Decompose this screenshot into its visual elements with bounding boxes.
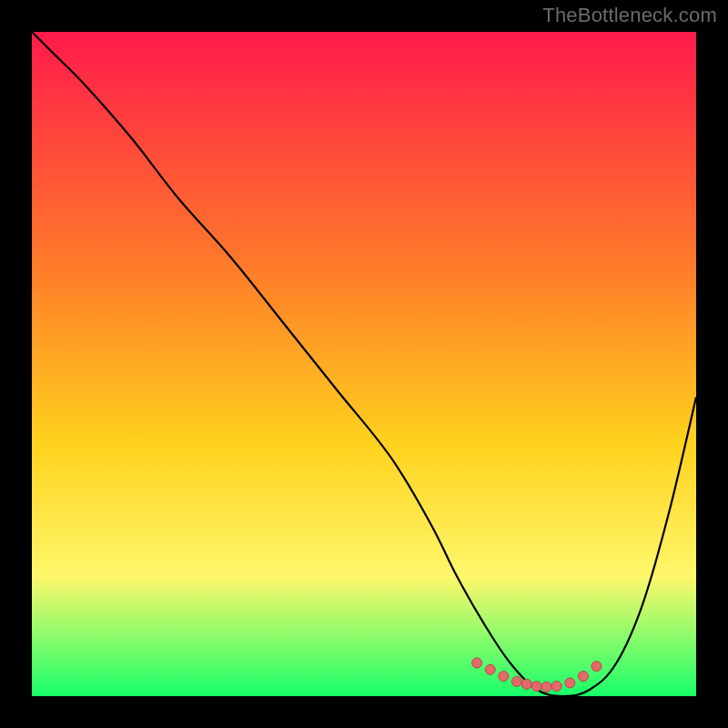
marker-dot	[521, 679, 531, 689]
marker-dot	[511, 676, 521, 686]
marker-dot	[485, 664, 495, 674]
chart-svg	[32, 32, 696, 696]
marker-dot	[578, 672, 588, 682]
marker-dot	[541, 682, 551, 692]
marker-dot	[472, 658, 482, 668]
marker-dot	[551, 682, 561, 692]
marker-dot	[499, 672, 509, 682]
gradient-background	[32, 32, 696, 696]
marker-dot	[531, 682, 541, 692]
marker-dot	[592, 662, 602, 672]
watermark-text: TheBottleneck.com	[542, 4, 717, 27]
marker-dot	[565, 678, 575, 688]
chart-frame: TheBottleneck.com	[0, 0, 728, 728]
plot-area	[32, 32, 696, 696]
